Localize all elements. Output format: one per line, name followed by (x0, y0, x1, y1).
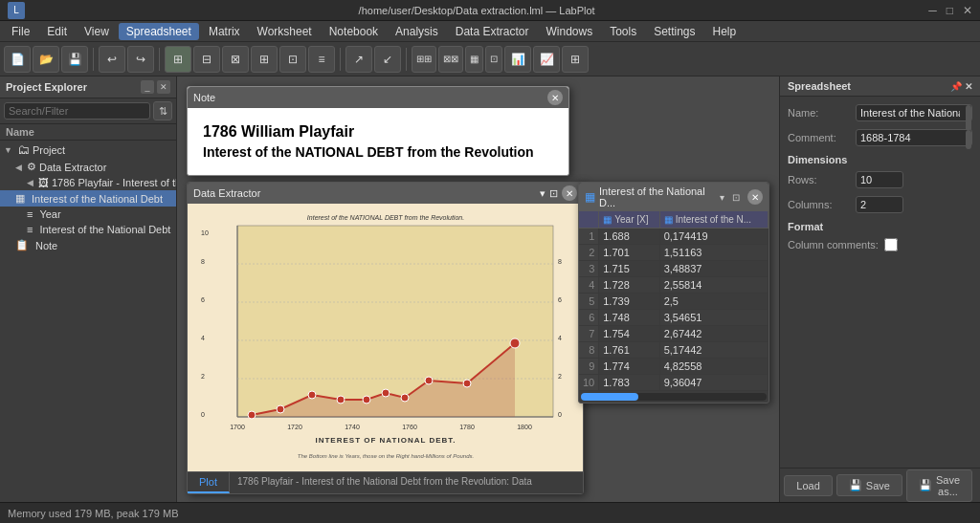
redo-button[interactable]: ↪ (127, 46, 154, 73)
search-input[interactable] (4, 102, 150, 120)
table-row[interactable]: 8 1.761 5,17442 (579, 342, 768, 359)
sp-menu-button[interactable]: ▾ (720, 192, 724, 203)
minimize-icon[interactable]: ─ (928, 4, 937, 17)
tree-item-national-debt[interactable]: ▦ Interest of the National Debt (0, 190, 176, 207)
de-close-button[interactable]: ✕ (562, 185, 577, 201)
save-as-button[interactable]: 💾 Save as... (906, 469, 972, 502)
sidebar: Project Explorer _ ✕ ⇅ Name ▼ 🗂 Project … (0, 76, 177, 502)
rp-pin-button[interactable]: 📌 (950, 81, 962, 92)
table-row[interactable]: 4 1.728 2,55814 (579, 277, 768, 294)
zoom-fit-v-button[interactable]: ⊡ (279, 46, 306, 73)
sp-scrollbar[interactable] (581, 393, 767, 401)
import-button[interactable]: ↙ (374, 46, 401, 73)
svg-point-15 (248, 411, 256, 419)
de-float-button[interactable]: ⊡ (549, 187, 558, 200)
sp-col-y[interactable]: ▦Interest of the N... (659, 211, 768, 229)
sidebar-close-button[interactable]: ✕ (157, 80, 170, 94)
note-close-button[interactable]: ✕ (547, 90, 563, 105)
table-btn-1[interactable]: ⊞⊞ (412, 46, 436, 73)
rp-name-row: Name: (788, 104, 972, 121)
table-row[interactable]: 3 1.715 3,48837 (579, 261, 768, 277)
rp-rows-input[interactable] (856, 171, 903, 188)
tree-item-note[interactable]: 📋 Note (0, 237, 176, 253)
table-row[interactable]: 9 1.774 4,82558 (579, 359, 768, 375)
chart-btn-2[interactable]: 📈 (533, 46, 560, 73)
sidebar-pin-button[interactable]: _ (141, 80, 154, 94)
menu-view[interactable]: View (77, 23, 117, 40)
data-extractor-panel: Data Extractor ▾ ⊡ ✕ (187, 182, 584, 494)
de-title: Data Extractor (193, 187, 260, 199)
rp-columns-input[interactable] (856, 196, 903, 213)
tree-item-project[interactable]: ▼ 🗂 Project (0, 141, 176, 159)
sp-close-button[interactable]: ✕ (747, 189, 763, 205)
tree-item-data-extractor[interactable]: ◀ ⚙ Data Extractor (0, 159, 176, 175)
save-button[interactable]: 💾 Save (836, 474, 902, 496)
rp-name-container (856, 104, 972, 121)
new-button[interactable]: 📄 (4, 46, 31, 73)
de-chart[interactable]: 0 2 4 6 8 10 (188, 204, 583, 471)
row-num: 7 (579, 326, 599, 342)
chart-btn-1[interactable]: 📊 (504, 46, 531, 73)
table-btn-2[interactable]: ⊠⊠ (438, 46, 463, 73)
main-layout: Project Explorer _ ✕ ⇅ Name ▼ 🗂 Project … (0, 76, 980, 502)
chart-btn-3[interactable]: ⊞ (562, 46, 589, 73)
view-mode-button[interactable]: ≡ (308, 46, 335, 73)
table-row[interactable]: 10 1.783 9,36047 (579, 375, 768, 391)
sp-float-button[interactable]: ⊡ (732, 192, 740, 203)
sp-col-x[interactable]: ▦Year [X] (599, 211, 659, 229)
de-image-area: 0 2 4 6 8 10 (188, 204, 583, 471)
menu-worksheet[interactable]: Worksheet (250, 23, 320, 40)
menu-settings[interactable]: Settings (646, 23, 702, 40)
undo-button[interactable]: ↩ (99, 46, 125, 73)
row-x: 1.715 (599, 261, 659, 277)
svg-text:6: 6 (558, 296, 562, 303)
export-button[interactable]: ↗ (345, 46, 372, 73)
table-row[interactable]: 2 1.701 1,51163 (579, 245, 768, 261)
save-toolbar-button[interactable]: 💾 (61, 46, 88, 73)
rp-col-comments-checkbox[interactable] (884, 238, 898, 251)
menu-data-extractor[interactable]: Data Extractor (448, 23, 537, 40)
table-row[interactable]: 1 1.688 0,174419 (579, 229, 768, 245)
zoom-out-button[interactable]: ⊟ (193, 46, 220, 73)
table-row[interactable]: 5 1.739 2,5 (579, 294, 768, 310)
table-btn-3[interactable]: ▦ (465, 46, 483, 73)
menu-file[interactable]: File (4, 23, 37, 40)
menu-tools[interactable]: Tools (602, 23, 644, 40)
zoom-in-button[interactable]: ⊞ (165, 46, 191, 73)
de-tab-plot[interactable]: Plot (188, 472, 230, 493)
open-button[interactable]: 📂 (33, 46, 59, 73)
menu-help[interactable]: Help (705, 23, 745, 40)
rp-dimensions-title: Dimensions (788, 154, 972, 165)
svg-text:1740: 1740 (345, 424, 360, 430)
menu-windows[interactable]: Windows (538, 23, 600, 40)
close-icon[interactable]: ✕ (963, 4, 972, 17)
menu-notebook[interactable]: Notebook (322, 23, 386, 40)
zoom-fit-button[interactable]: ⊠ (222, 46, 249, 73)
tree-item-year[interactable]: ≡ Year (0, 207, 176, 222)
rp-name-input[interactable] (856, 104, 972, 121)
sort-button[interactable]: ⇅ (153, 101, 172, 120)
menu-edit[interactable]: Edit (39, 23, 75, 40)
rp-comment-input[interactable] (856, 129, 972, 146)
row-num: 10 (579, 375, 599, 391)
sp-scrollbar-thumb[interactable] (581, 393, 638, 401)
table-row[interactable]: 6 1.748 3,54651 (579, 310, 768, 326)
de-menu-button[interactable]: ▾ (540, 187, 546, 200)
load-button[interactable]: Load (784, 475, 832, 496)
menu-matrix[interactable]: Matrix (201, 23, 248, 40)
rp-col-comments-row: Column comments: (788, 238, 972, 251)
table-btn-4[interactable]: ⊡ (485, 46, 502, 73)
maximize-icon[interactable]: □ (947, 4, 953, 17)
menu-spreadsheet[interactable]: Spreadsheet (119, 23, 199, 40)
titlebar-left: L (8, 2, 25, 19)
svg-text:0: 0 (558, 411, 562, 418)
svg-point-20 (382, 389, 390, 397)
tree-item-interest[interactable]: ≡ Interest of the National Debt (0, 222, 176, 237)
tree-item-playfair[interactable]: ◀ 🖼 1786 Playfair - Interest of the N (0, 175, 176, 190)
row-x: 1.748 (599, 310, 659, 326)
menu-analysis[interactable]: Analysis (388, 23, 446, 40)
table-row[interactable]: 7 1.754 2,67442 (579, 326, 768, 342)
rp-close-button[interactable]: ✕ (965, 81, 972, 92)
bottom-toolbar: Load 💾 Save 💾 Save as... (780, 468, 980, 502)
zoom-fit-h-button[interactable]: ⊞ (251, 46, 278, 73)
